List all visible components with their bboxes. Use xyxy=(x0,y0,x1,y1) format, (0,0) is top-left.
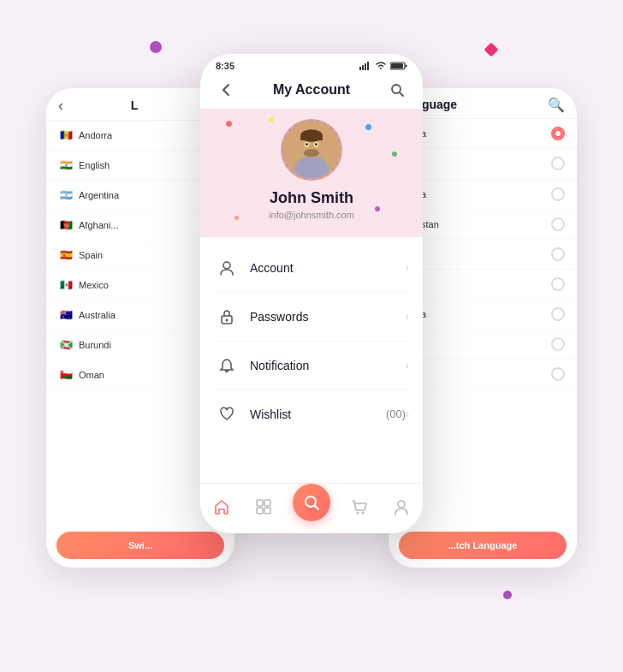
notification-label: Notification xyxy=(250,359,406,372)
flag-oman: 🇴🇲 xyxy=(58,367,74,383)
radio-unselected[interactable] xyxy=(551,277,565,291)
svg-rect-5 xyxy=(406,64,407,67)
radio-unselected[interactable] xyxy=(551,307,565,321)
time-display: 8:35 xyxy=(216,61,234,71)
svg-point-21 xyxy=(226,318,228,321)
radio-selected[interactable] xyxy=(551,127,565,140)
menu-section: Account › Passwords › Notification › xyxy=(200,237,423,483)
svg-line-27 xyxy=(314,505,318,509)
radio-unselected[interactable] xyxy=(551,367,565,381)
country-name: Argentina xyxy=(79,190,119,200)
account-label: Account xyxy=(250,261,406,275)
svg-point-17 xyxy=(306,143,308,146)
language-name: stan xyxy=(421,219,439,229)
profile-section: John Smith info@johnsmith.com xyxy=(200,109,423,237)
wishlist-icon xyxy=(214,401,240,427)
left-back-button[interactable]: ‹ xyxy=(58,97,63,115)
radio-unselected[interactable] xyxy=(551,157,565,170)
profile-dot-green xyxy=(392,152,397,157)
wishlist-chevron: › xyxy=(406,408,409,420)
country-name: English xyxy=(79,160,110,170)
svg-line-8 xyxy=(400,92,403,96)
svg-rect-13 xyxy=(300,135,323,140)
svg-point-30 xyxy=(398,501,405,508)
country-name: Oman xyxy=(79,370,104,380)
avatar-container xyxy=(281,119,342,181)
flag-mexico: 🇲🇽 xyxy=(58,277,74,293)
notification-menu-item[interactable]: Notification › xyxy=(214,342,409,390)
passwords-label: Passwords xyxy=(250,310,406,324)
profile-dot-red xyxy=(226,121,232,127)
left-phone-title: L xyxy=(131,98,139,112)
flag-burundi: 🇧🇮 xyxy=(58,337,74,353)
svg-point-28 xyxy=(356,511,359,514)
radio-unselected[interactable] xyxy=(551,217,565,231)
wishlist-badge: (00) xyxy=(386,407,406,420)
svg-rect-25 xyxy=(264,508,270,514)
country-name: Afghani... xyxy=(79,220,118,230)
scene: ‹ L 🇦🇩 Andorra 🇮🇳 English 🇦🇷 Argentina 🇦… xyxy=(55,37,568,636)
radio-unselected[interactable] xyxy=(551,337,565,351)
search-nav-button[interactable] xyxy=(293,484,330,521)
svg-point-14 xyxy=(304,149,319,157)
avatar[interactable] xyxy=(281,119,342,181)
categories-nav-button[interactable] xyxy=(250,493,277,520)
password-icon xyxy=(214,304,240,330)
svg-point-10 xyxy=(294,156,329,181)
profile-nav-button[interactable] xyxy=(388,493,415,520)
home-nav-button[interactable] xyxy=(208,493,235,520)
svg-rect-0 xyxy=(359,67,361,70)
svg-point-19 xyxy=(223,262,230,269)
svg-rect-22 xyxy=(257,500,263,506)
profile-dot-yellow xyxy=(269,117,274,122)
right-search-icon[interactable]: 🔍 xyxy=(548,97,565,113)
profile-email: info@johnsmith.com xyxy=(269,210,354,220)
page-title: My Account xyxy=(273,82,350,98)
account-chevron: › xyxy=(406,262,409,274)
notification-icon xyxy=(214,353,240,378)
cart-nav-button[interactable] xyxy=(346,493,373,520)
back-button[interactable] xyxy=(214,78,238,102)
svg-rect-23 xyxy=(264,500,270,506)
account-menu-item[interactable]: Account › xyxy=(214,244,409,293)
radio-unselected[interactable] xyxy=(551,247,565,261)
svg-rect-2 xyxy=(365,63,366,70)
signal-icon xyxy=(359,62,371,70)
country-name: Mexico xyxy=(79,280,109,290)
country-name: Andorra xyxy=(79,130,112,140)
country-name: Australia xyxy=(79,310,116,320)
country-name: Spain xyxy=(79,250,103,260)
search-button[interactable] xyxy=(385,78,409,102)
phone-front: 8:35 xyxy=(200,54,423,533)
country-name: Burundi xyxy=(79,340,111,350)
flag-argentina: 🇦🇷 xyxy=(58,187,74,203)
flag-andorra: 🇦🇩 xyxy=(58,128,74,143)
passwords-menu-item[interactable]: Passwords › xyxy=(214,293,409,342)
bottom-nav xyxy=(200,483,423,533)
flag-spain: 🇪🇸 xyxy=(58,247,74,263)
right-switch-button[interactable]: ...tch Language xyxy=(399,532,567,559)
profile-dot-blue xyxy=(365,124,371,130)
flag-afghanistan: 🇦🇫 xyxy=(58,217,74,233)
passwords-chevron: › xyxy=(406,311,409,323)
app-header: My Account xyxy=(200,74,423,109)
wifi-icon xyxy=(375,62,387,70)
radio-unselected[interactable] xyxy=(551,187,565,201)
account-icon xyxy=(214,255,240,281)
svg-rect-6 xyxy=(391,63,403,68)
flag-india: 🇮🇳 xyxy=(58,158,74,173)
notification-chevron: › xyxy=(406,360,409,372)
svg-rect-1 xyxy=(362,65,364,70)
profile-dot-purple xyxy=(375,206,380,211)
wishlist-menu-item[interactable]: Wishlist (00) › xyxy=(214,390,409,438)
svg-rect-24 xyxy=(257,508,263,514)
svg-point-18 xyxy=(315,143,317,146)
svg-point-29 xyxy=(361,511,364,514)
left-switch-button[interactable]: Swi... xyxy=(56,532,224,559)
flag-australia: 🇦🇺 xyxy=(58,307,74,323)
status-icons xyxy=(359,62,407,70)
battery-icon xyxy=(390,62,407,70)
svg-rect-3 xyxy=(367,62,369,70)
profile-dot-orange xyxy=(234,216,239,220)
status-bar: 8:35 xyxy=(200,54,423,74)
